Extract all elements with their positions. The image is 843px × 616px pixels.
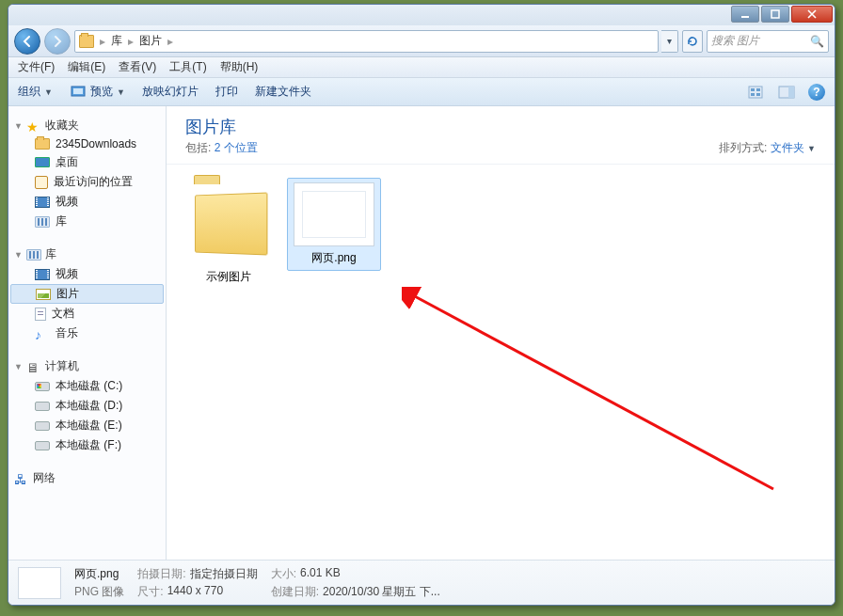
print-button[interactable]: 打印 bbox=[215, 84, 238, 100]
folder-icon bbox=[79, 35, 94, 48]
sidebar-item-recent[interactable]: 最近访问的位置 bbox=[8, 172, 166, 192]
navigation-bar: ▸ 库 ▸ 图片 ▸ ▾ 搜索 图片 🔍 bbox=[8, 25, 835, 57]
search-placeholder: 搜索 图片 bbox=[711, 33, 759, 49]
dimensions-label: 尺寸: bbox=[137, 584, 163, 600]
sidebar-item-downloads[interactable]: 2345Downloads bbox=[8, 135, 166, 152]
organize-button[interactable]: 组织 ▼ bbox=[18, 84, 53, 100]
computer-header[interactable]: ▼🖥计算机 bbox=[8, 356, 166, 376]
library-header: 图片库 包括: 2 个位置 排列方式: 文件夹 ▼ bbox=[167, 106, 835, 165]
details-thumbnail bbox=[18, 567, 61, 599]
breadcrumb-sep: ▸ bbox=[128, 35, 134, 48]
item-label: 示例图片 bbox=[186, 269, 271, 285]
svg-line-11 bbox=[411, 294, 773, 489]
maximize-button[interactable] bbox=[761, 6, 789, 23]
network-header[interactable]: 🖧网络 bbox=[8, 468, 166, 488]
annotation-arrow bbox=[402, 287, 797, 513]
breadcrumb-current[interactable]: 图片 bbox=[139, 33, 162, 49]
svg-rect-6 bbox=[756, 88, 760, 91]
svg-rect-1 bbox=[771, 10, 779, 18]
star-icon: ★ bbox=[26, 119, 41, 133]
folder-icon bbox=[35, 138, 50, 150]
includes-link[interactable]: 2 个位置 bbox=[215, 141, 258, 154]
image-thumbnail bbox=[294, 182, 374, 246]
dimensions-value: 1440 x 770 bbox=[167, 584, 223, 600]
address-bar[interactable]: ▸ 库 ▸ 图片 ▸ bbox=[74, 30, 659, 53]
command-bar: 组织 ▼ 预览 ▼ 放映幻灯片 打印 新建文件夹 ? bbox=[8, 78, 835, 106]
drive-icon bbox=[35, 421, 50, 431]
svg-rect-3 bbox=[73, 88, 83, 94]
sidebar-item-lib-documents[interactable]: 文档 bbox=[8, 304, 166, 324]
recent-icon bbox=[35, 176, 48, 189]
picture-icon bbox=[36, 289, 51, 300]
svg-rect-10 bbox=[788, 87, 794, 98]
video-icon bbox=[35, 269, 50, 280]
shotdate-value[interactable]: 指定拍摄日期 bbox=[190, 566, 258, 582]
item-label: 网页.png bbox=[292, 250, 376, 266]
refresh-button[interactable] bbox=[682, 30, 703, 53]
sidebar-item-libraries[interactable]: 库 bbox=[8, 212, 166, 231]
details-filename: 网页.png bbox=[74, 566, 124, 582]
preview-icon bbox=[70, 85, 87, 100]
forward-button[interactable] bbox=[44, 28, 71, 55]
libraries-header[interactable]: ▼库 bbox=[8, 245, 166, 264]
back-button[interactable] bbox=[14, 28, 40, 55]
includes-label: 包括: bbox=[185, 141, 211, 154]
music-icon: ♪ bbox=[35, 327, 50, 340]
close-button[interactable] bbox=[791, 6, 833, 23]
view-options-button[interactable] bbox=[748, 85, 765, 100]
help-button[interactable]: ? bbox=[808, 84, 825, 101]
menu-help[interactable]: 帮助(H) bbox=[220, 59, 259, 75]
svg-rect-8 bbox=[756, 93, 760, 96]
drive-icon bbox=[35, 441, 50, 450]
search-box[interactable]: 搜索 图片 🔍 bbox=[707, 30, 829, 53]
menu-view[interactable]: 查看(V) bbox=[119, 59, 156, 75]
search-icon: 🔍 bbox=[810, 35, 824, 48]
drive-icon bbox=[35, 402, 50, 411]
minimize-button[interactable] bbox=[731, 6, 759, 23]
new-folder-button[interactable]: 新建文件夹 bbox=[255, 84, 311, 100]
item-file-webpage-png[interactable]: 网页.png bbox=[287, 178, 381, 271]
details-pane: 网页.png PNG 图像 拍摄日期:指定拍摄日期 尺寸:1440 x 770 … bbox=[8, 560, 835, 605]
library-title: 图片库 bbox=[185, 116, 258, 138]
desktop-icon bbox=[35, 157, 50, 167]
breadcrumb-sep: ▸ bbox=[100, 35, 105, 48]
folder-thumbnail bbox=[186, 182, 273, 265]
item-folder-sample-pictures[interactable]: 示例图片 bbox=[182, 178, 276, 290]
explorer-window: ▸ 库 ▸ 图片 ▸ ▾ 搜索 图片 🔍 文件(F) 编辑(E) 查看(V) 工… bbox=[8, 4, 835, 606]
menu-tools[interactable]: 工具(T) bbox=[169, 59, 206, 75]
sidebar-item-drive-c[interactable]: 本地磁盘 (C:) bbox=[8, 376, 166, 396]
breadcrumb-sep: ▸ bbox=[167, 35, 173, 48]
sidebar-item-lib-music[interactable]: ♪音乐 bbox=[8, 324, 166, 343]
content-pane: 图片库 包括: 2 个位置 排列方式: 文件夹 ▼ 示例图片 bbox=[167, 106, 835, 560]
size-value: 6.01 KB bbox=[300, 566, 341, 582]
breadcrumb-root[interactable]: 库 bbox=[111, 33, 122, 49]
svg-rect-7 bbox=[751, 93, 755, 96]
sidebar-item-lib-video[interactable]: 视频 bbox=[8, 264, 166, 284]
network-icon: 🖧 bbox=[14, 472, 29, 485]
document-icon bbox=[35, 308, 46, 321]
svg-rect-5 bbox=[751, 88, 755, 91]
library-icon bbox=[26, 249, 41, 261]
arrange-value[interactable]: 文件夹 bbox=[771, 141, 804, 154]
sidebar-item-drive-d[interactable]: 本地磁盘 (D:) bbox=[8, 396, 166, 416]
address-dropdown[interactable]: ▾ bbox=[661, 30, 678, 53]
menu-edit[interactable]: 编辑(E) bbox=[68, 59, 105, 75]
video-icon bbox=[35, 197, 50, 208]
items-view[interactable]: 示例图片 网页.png bbox=[167, 165, 835, 560]
titlebar bbox=[8, 5, 835, 25]
sidebar-item-videos[interactable]: 视频 bbox=[8, 192, 166, 212]
favorites-header[interactable]: ▼★收藏夹 bbox=[8, 116, 166, 135]
sidebar-item-lib-pictures[interactable]: 图片 bbox=[10, 284, 164, 304]
sidebar-item-drive-f[interactable]: 本地磁盘 (F:) bbox=[8, 435, 166, 455]
sidebar-item-desktop[interactable]: 桌面 bbox=[8, 152, 166, 172]
drive-icon bbox=[35, 382, 50, 391]
created-value: 2020/10/30 星期五 下... bbox=[323, 584, 440, 600]
svg-rect-4 bbox=[749, 87, 762, 98]
preview-pane-button[interactable] bbox=[778, 85, 795, 100]
sidebar-item-drive-e[interactable]: 本地磁盘 (E:) bbox=[8, 416, 166, 435]
preview-button[interactable]: 预览 ▼ bbox=[70, 84, 125, 100]
created-label: 创建日期: bbox=[271, 584, 319, 600]
size-label: 大小: bbox=[271, 566, 296, 582]
slideshow-button[interactable]: 放映幻灯片 bbox=[142, 84, 199, 100]
menu-file[interactable]: 文件(F) bbox=[18, 59, 55, 75]
